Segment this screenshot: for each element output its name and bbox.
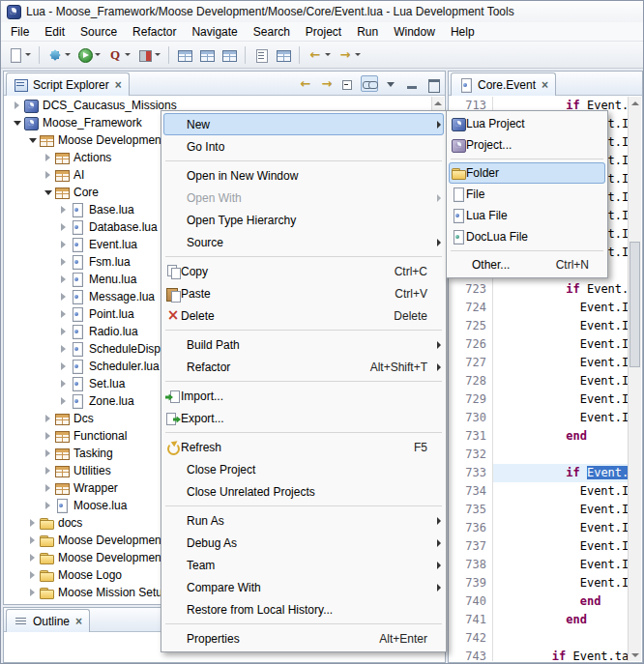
tab-core-event[interactable]: Core.Event — [451, 72, 556, 96]
expand-arrow-icon[interactable] — [42, 484, 54, 492]
expand-arrow-icon[interactable] — [57, 293, 70, 301]
menu-item-doclua-file[interactable]: DocLua File — [449, 226, 605, 247]
editor-line[interactable]: 729 Event.IniTypeName = Event.IniDCSUnit… — [450, 390, 628, 409]
open-console-button[interactable] — [219, 44, 240, 66]
menu-item-delete[interactable]: DeleteDelete — [163, 304, 444, 327]
dropdown-caret-icon[interactable] — [125, 53, 131, 56]
expand-arrow-icon[interactable] — [26, 554, 39, 562]
expand-arrow-icon[interactable] — [57, 310, 70, 318]
tab-outline[interactable]: Outline — [6, 609, 90, 632]
editor-scrollbar[interactable] — [628, 97, 641, 661]
back-button[interactable] — [297, 75, 314, 92]
menu-item-compare-with[interactable]: Compare With — [163, 576, 444, 598]
menu-item-team[interactable]: Team — [163, 554, 444, 576]
editor-line[interactable]: 726 Event.IniUnitName = Event.IniDCSUnit… — [450, 335, 628, 354]
view-menu-button[interactable] — [382, 75, 399, 92]
expand-arrow-icon[interactable] — [26, 589, 39, 596]
editor-line[interactable]: 735 Event.IniDCSUnitName = Event.IniDCSU… — [450, 501, 628, 519]
menubar-item-navigate[interactable]: Navigate — [184, 22, 245, 41]
profile-button[interactable] — [104, 44, 133, 66]
link-with-editor-button[interactable] — [361, 75, 378, 92]
expand-arrow-icon[interactable] — [42, 432, 54, 440]
menu-item-refresh[interactable]: RefreshF5 — [163, 436, 444, 458]
editor-line[interactable]: 737 Event.IniUnit = SCENERY:Register( Ev… — [450, 537, 628, 556]
new-wizard-button[interactable] — [5, 44, 34, 66]
menu-item-new[interactable]: New — [163, 113, 444, 135]
editor-line[interactable]: 723 if Event.IniObjectCategory == Object… — [450, 280, 628, 299]
menu-item-properties[interactable]: PropertiesAlt+Enter — [163, 627, 444, 650]
dropdown-caret-icon[interactable] — [355, 53, 361, 56]
menu-item-close-unrelated-projects[interactable]: Close Unrelated Projects — [163, 480, 444, 503]
editor-line[interactable]: 740 end — [450, 592, 628, 611]
menu-item-open-type-hierarchy[interactable]: Open Type Hierarchy — [163, 209, 444, 231]
editor-line[interactable]: 731 end — [450, 427, 628, 446]
dropdown-caret-icon[interactable] — [325, 53, 331, 56]
annotations-button[interactable] — [250, 44, 272, 66]
menu-item-copy[interactable]: CopyCtrl+C — [163, 260, 444, 282]
dropdown-caret-icon[interactable] — [155, 53, 161, 56]
menu-item-other[interactable]: Other...Ctrl+N — [449, 254, 605, 275]
expand-arrow-icon[interactable] — [57, 258, 70, 266]
tab-script-explorer[interactable]: Script Explorer — [6, 72, 130, 96]
expand-arrow-icon[interactable] — [57, 345, 70, 353]
expand-arrow-icon[interactable] — [42, 502, 54, 509]
editor-line[interactable]: 738 Event.IniCategory = Event.IniDCSUnit… — [450, 556, 628, 574]
menu-item-refactor[interactable]: RefactorAlt+Shift+T — [163, 356, 444, 378]
scroll-up-icon[interactable] — [629, 97, 641, 109]
menu-item-lua-file[interactable]: Lua File — [449, 205, 605, 226]
back-button[interactable] — [305, 44, 334, 66]
menubar-item-file[interactable]: File — [3, 22, 37, 41]
editor-line[interactable]: 724 Event.IniDCSUnit = Event.initiator — [450, 299, 628, 317]
expand-arrow-icon[interactable] — [42, 154, 54, 161]
menu-item-run-as[interactable]: Run As — [163, 509, 444, 532]
editor-line[interactable]: 739 Event.IniTypeName = Event.IniDCSUnit… — [450, 574, 628, 592]
menu-item-build-path[interactable]: Build Path — [163, 333, 444, 356]
coverage-button[interactable] — [134, 44, 163, 66]
dropdown-caret-icon[interactable] — [25, 53, 31, 56]
menu-item-restore-from-local-history[interactable]: Restore from Local History... — [163, 598, 444, 621]
dropdown-caret-icon[interactable] — [95, 53, 101, 56]
expand-arrow-icon[interactable] — [42, 449, 54, 457]
editor-line[interactable]: 730 Event.IniDCSGroupName = "" — [450, 409, 628, 427]
menu-item-go-into[interactable]: Go Into — [163, 135, 444, 158]
menu-item-folder[interactable]: Folder — [449, 162, 605, 184]
expand-arrow-icon[interactable] — [11, 101, 23, 109]
open-perspective-button[interactable] — [174, 44, 195, 66]
editor-line[interactable]: 741 end — [450, 611, 628, 629]
editor-line[interactable]: 736 Event.IniUnitName = Event.IniDCSUnit… — [450, 519, 628, 537]
show-view-button[interactable] — [196, 44, 218, 66]
maximize-button[interactable] — [424, 75, 442, 92]
expand-arrow-icon[interactable] — [26, 536, 39, 544]
collapse-all-button[interactable] — [339, 75, 357, 92]
menu-item-debug-as[interactable]: Debug As — [163, 532, 444, 554]
close-icon[interactable] — [115, 78, 122, 92]
menubar-item-edit[interactable]: Edit — [37, 22, 73, 41]
expand-arrow-icon[interactable] — [57, 223, 70, 231]
menubar-item-run[interactable]: Run — [349, 22, 386, 41]
expand-arrow-icon[interactable] — [57, 241, 70, 248]
editor-line[interactable]: 728 Event.IniCategory = Event.IniDCSUnit… — [450, 372, 628, 390]
close-icon[interactable] — [542, 78, 548, 92]
expand-arrow-icon[interactable] — [57, 380, 70, 388]
forward-button[interactable] — [335, 44, 364, 66]
menu-item-export[interactable]: Export... — [163, 407, 444, 429]
menu-item-project[interactable]: Project... — [449, 134, 605, 156]
editor-line[interactable]: 743 if Event.target then — [450, 648, 628, 661]
dropdown-caret-icon[interactable] — [65, 53, 71, 56]
expand-arrow-icon[interactable] — [26, 519, 39, 527]
editor-line[interactable]: 732 — [450, 446, 628, 464]
expand-arrow-icon[interactable] — [57, 328, 70, 335]
menu-item-lua-project[interactable]: Lua Project — [449, 113, 605, 134]
menubar-item-window[interactable]: Window — [386, 22, 443, 41]
expand-arrow-icon[interactable] — [42, 467, 54, 475]
scroll-up-icon[interactable] — [432, 97, 444, 109]
editor-line[interactable]: 727 Event.IniUnit = STATIC:FindByName( E… — [450, 354, 628, 372]
scroll-down-icon[interactable] — [629, 649, 641, 661]
collapse-arrow-icon[interactable] — [11, 121, 23, 126]
forward-button[interactable] — [318, 75, 336, 92]
expand-arrow-icon[interactable] — [57, 275, 70, 283]
external-tools-button[interactable] — [44, 44, 73, 66]
menubar-item-search[interactable]: Search — [246, 22, 298, 41]
expand-arrow-icon[interactable] — [26, 571, 39, 579]
expand-arrow-icon[interactable] — [42, 171, 54, 179]
